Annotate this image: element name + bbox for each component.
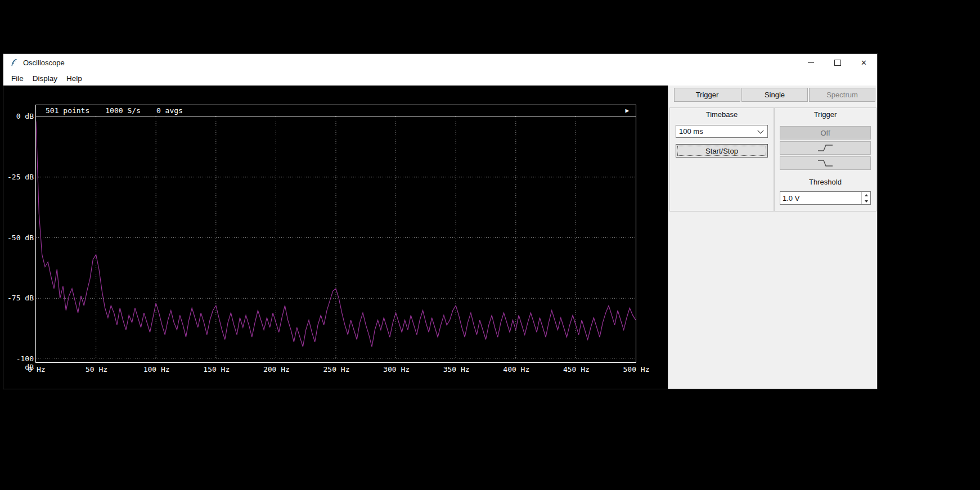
spectrum-view-button: Spectrum <box>809 88 875 102</box>
falling-edge-icon <box>817 159 834 168</box>
view-buttons-row: Trigger Single Spectrum <box>674 88 875 102</box>
titlebar: Oscilloscope ✕ <box>3 54 877 71</box>
trigger-view-button[interactable]: Trigger <box>674 88 740 102</box>
trigger-rising-edge-button[interactable] <box>780 141 871 155</box>
content: 501 points 1000 S/s 0 avgs ▶ 0 dB-25 dB-… <box>3 86 877 389</box>
timebase-group-title: Timebase <box>670 110 774 119</box>
trigger-off-button[interactable]: Off <box>780 126 871 140</box>
y-tick-label: -75 dB <box>3 294 34 302</box>
plot-status-bar: 501 points 1000 S/s 0 avgs ▶ <box>36 105 636 116</box>
timebase-combobox-value: 100 ms <box>679 127 703 136</box>
y-tick-label: -50 dB <box>3 233 34 242</box>
status-averages: 0 avgs <box>156 106 183 115</box>
x-tick-label: 250 Hz <box>323 365 350 374</box>
control-panel: Trigger Single Spectrum Timebase 100 ms … <box>668 86 877 389</box>
x-tick-label: 50 Hz <box>86 365 107 374</box>
menubar: File Display Help <box>3 71 877 86</box>
spinbox-arrows <box>861 192 870 204</box>
run-indicator-icon: ▶ <box>625 107 629 114</box>
spin-down-icon <box>865 200 868 203</box>
app-window: Oscilloscope ✕ File Display Help 501 poi… <box>3 53 878 389</box>
spectrum-plot-svg <box>36 116 636 359</box>
close-button[interactable]: ✕ <box>851 54 877 71</box>
chevron-down-icon <box>757 127 763 133</box>
x-tick-label: 300 Hz <box>383 365 410 374</box>
window-title: Oscilloscope <box>23 59 65 67</box>
status-sample-rate: 1000 S/s <box>105 106 141 115</box>
threshold-label: Threshold <box>775 178 876 186</box>
minimize-icon <box>808 62 814 63</box>
trigger-group: Trigger Off Threshold <box>774 107 876 212</box>
tk-feather-icon <box>10 59 19 67</box>
timebase-combobox[interactable]: 100 ms <box>676 125 768 138</box>
spin-up-icon <box>865 194 868 196</box>
x-tick-label: 400 Hz <box>503 365 529 374</box>
single-view-button[interactable]: Single <box>741 88 808 102</box>
spin-up-button[interactable] <box>862 192 870 198</box>
window-controls: ✕ <box>798 54 877 71</box>
plot-box: 501 points 1000 S/s 0 avgs ▶ <box>35 105 636 363</box>
start-stop-button[interactable]: Start/Stop <box>676 144 768 158</box>
menu-display[interactable]: Display <box>28 73 62 84</box>
x-tick-label: 500 Hz <box>623 365 650 374</box>
close-icon: ✕ <box>861 59 867 66</box>
spin-down-button[interactable] <box>862 198 870 204</box>
rising-edge-icon <box>817 143 834 152</box>
x-tick-label: 450 Hz <box>563 365 590 374</box>
timebase-group: Timebase 100 ms Start/Stop <box>669 107 774 212</box>
menu-help[interactable]: Help <box>62 73 87 84</box>
threshold-input[interactable] <box>780 192 861 204</box>
y-tick-label: -25 dB <box>3 173 34 181</box>
x-tick-label: 150 Hz <box>203 365 230 374</box>
trigger-group-title: Trigger <box>775 110 876 119</box>
y-tick-label: 0 dB <box>3 112 34 120</box>
x-tick-label: 0 Hz <box>28 365 45 374</box>
minimize-button[interactable] <box>798 54 824 71</box>
trigger-falling-edge-button[interactable] <box>780 156 871 170</box>
y-tick-label: -100 dB <box>3 354 34 371</box>
maximize-button[interactable] <box>824 54 851 71</box>
x-tick-label: 100 Hz <box>143 365 170 374</box>
menu-file[interactable]: File <box>7 73 28 84</box>
maximize-icon <box>834 60 841 66</box>
x-tick-label: 350 Hz <box>443 365 470 374</box>
spectrum-plot-panel: 501 points 1000 S/s 0 avgs ▶ 0 dB-25 dB-… <box>3 86 668 389</box>
threshold-spinbox <box>780 191 871 205</box>
x-tick-label: 200 Hz <box>263 365 290 374</box>
status-points: 501 points <box>46 106 89 115</box>
